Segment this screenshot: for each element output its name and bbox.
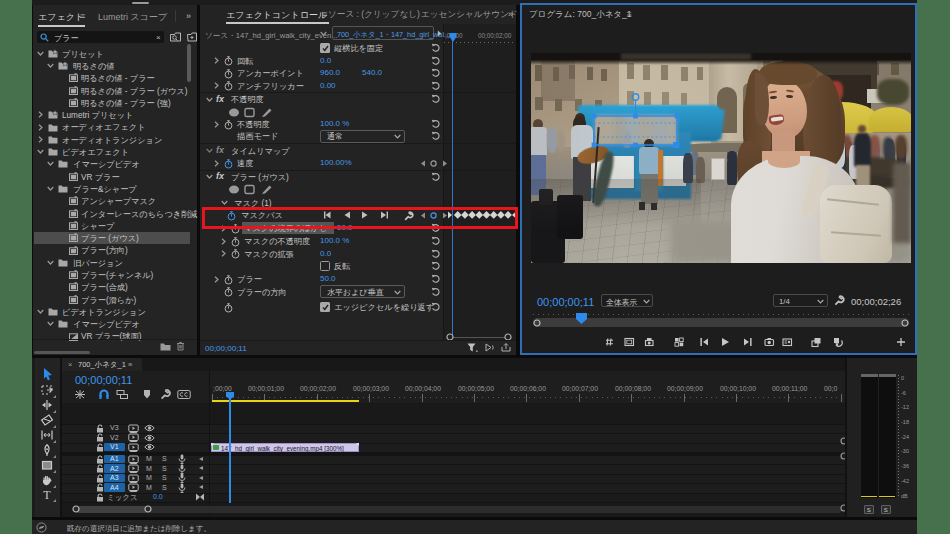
svg-text:T: T: [43, 488, 51, 502]
